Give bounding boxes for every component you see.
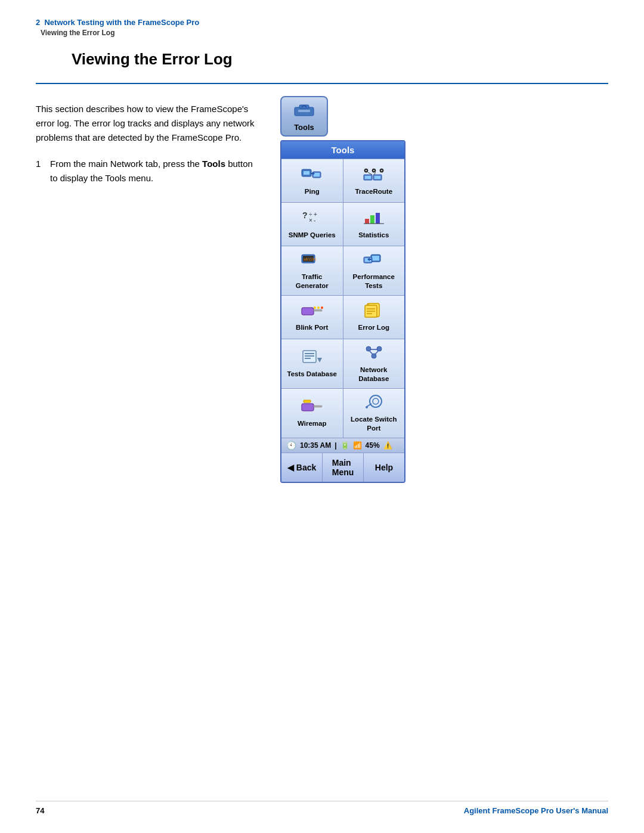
svg-rect-51 [305, 353, 314, 354]
performance-icon [363, 251, 385, 270]
text-and-device: This section describes how to view the F… [36, 102, 608, 483]
wiremap-label: Wiremap [298, 419, 326, 428]
testdb-icon [301, 348, 323, 367]
nav-back[interactable]: ◀ Back [281, 453, 322, 482]
svg-text:?: ? [302, 210, 308, 220]
tool-blink[interactable]: Blink Port [281, 296, 343, 339]
svg-point-10 [366, 170, 367, 171]
svg-line-60 [375, 351, 378, 354]
tool-locateswitch[interactable]: Locate SwitchPort [343, 389, 405, 438]
tools-grid: Ping [281, 159, 404, 438]
svg-point-41 [314, 306, 316, 309]
locateswitch-label: Locate SwitchPort [351, 415, 397, 433]
clock-icon: 🕙 [286, 441, 296, 450]
intro-text: This section describes how to view the F… [36, 102, 262, 145]
svg-text:≡01101: ≡01101 [304, 257, 317, 261]
step-1: 1 From the main Network tab, press the T… [36, 157, 262, 185]
svg-rect-26 [365, 219, 369, 224]
errorlog-label: Error Log [358, 323, 389, 332]
tools-button[interactable]: Tools [280, 96, 328, 137]
traceroute-label: TraceRoute [355, 187, 392, 196]
svg-rect-63 [304, 400, 311, 402]
svg-rect-52 [305, 355, 314, 357]
battery-percent: 45% [366, 441, 380, 450]
step-text: From the main Network tab, press the Too… [50, 157, 262, 185]
svg-rect-62 [314, 405, 322, 407]
snmp-label: SNMP Queries [289, 231, 336, 240]
svg-point-43 [321, 306, 323, 309]
traffic-icon: ≡01101 [301, 251, 323, 270]
content-area: This section describes how to view the F… [0, 102, 644, 483]
page-heading-container: Viewing the Error Log [36, 39, 608, 84]
blink-label: Blink Port [296, 323, 328, 332]
svg-point-42 [317, 306, 320, 309]
breadcrumb: 2 Network Testing with the FrameScope Pr… [0, 0, 644, 39]
tool-netdb[interactable]: NetworkDatabase [343, 339, 405, 388]
tools-button-icon [293, 101, 315, 120]
svg-text:×: × [309, 217, 312, 224]
alert-icon: ⚠️ [383, 441, 392, 450]
nav-help[interactable]: Help [364, 453, 404, 482]
ping-icon [301, 166, 323, 185]
blink-icon [301, 302, 323, 321]
tool-testdb[interactable]: Tests Database [281, 339, 343, 388]
tool-snmp[interactable]: ? ÷ + × - SNMP Queries [281, 203, 343, 246]
tool-ping[interactable]: Ping [281, 159, 343, 202]
breadcrumb-section: Viewing the Error Log [36, 29, 114, 37]
tool-performance[interactable]: PerformanceTests [343, 246, 405, 295]
svg-point-56 [377, 346, 382, 351]
svg-line-20 [374, 172, 376, 175]
svg-rect-18 [374, 176, 380, 179]
traceroute-icon [363, 166, 385, 185]
tools-panel: Tools [280, 140, 405, 483]
svg-marker-54 [317, 358, 322, 363]
toolbox-icon [293, 101, 315, 117]
svg-rect-16 [365, 176, 371, 179]
ping-label: Ping [305, 187, 320, 196]
battery-icon: 🔋 [340, 441, 349, 450]
svg-rect-4 [304, 171, 309, 175]
nav-main-menu[interactable]: MainMenu [323, 453, 363, 482]
tool-traffic[interactable]: ≡01101 TrafficGenerator [281, 246, 343, 295]
step-list: 1 From the main Network tab, press the T… [36, 157, 262, 185]
performance-label: PerformanceTests [353, 272, 395, 290]
statistics-label: Statistics [358, 231, 389, 240]
testdb-label: Tests Database [287, 370, 337, 379]
svg-point-14 [381, 170, 382, 171]
signal-icon: 📶 [353, 441, 362, 450]
svg-line-59 [370, 351, 373, 354]
tool-errorlog[interactable]: Error Log [343, 296, 405, 339]
svg-rect-61 [302, 404, 314, 411]
nav-main-menu-label: MainMenu [332, 458, 354, 477]
svg-rect-53 [305, 358, 311, 359]
traffic-label: TrafficGenerator [296, 272, 329, 290]
svg-rect-2 [298, 110, 310, 112]
svg-rect-34 [372, 256, 379, 261]
device-section: Tools Tools [280, 96, 405, 483]
svg-rect-28 [376, 213, 380, 224]
errorlog-icon [363, 302, 385, 321]
footer-book-title: Agilent FrameScope Pro User's Manual [464, 806, 608, 815]
svg-point-64 [370, 395, 382, 407]
netdb-label: NetworkDatabase [358, 366, 389, 383]
page-title: Viewing the Error Log [72, 50, 572, 69]
svg-line-19 [368, 172, 372, 175]
status-bar: 🕙 10:35 AM | 🔋 📶 45% ⚠️ [281, 438, 404, 453]
back-arrow-icon: ◀ [287, 463, 294, 472]
step-num: 1 [36, 157, 45, 185]
footer-page-number: 74 [36, 806, 44, 815]
wiremap-icon [301, 398, 323, 417]
svg-point-12 [373, 170, 374, 171]
nav-bar: ◀ Back MainMenu Help [281, 453, 404, 482]
tool-statistics[interactable]: Statistics [343, 203, 405, 246]
locateswitch-icon [363, 394, 385, 413]
svg-text:-: - [314, 217, 315, 224]
text-section: This section describes how to view the F… [36, 102, 262, 185]
tools-panel-title: Tools [281, 141, 404, 159]
tool-wiremap[interactable]: Wiremap [281, 389, 343, 438]
svg-point-67 [366, 406, 368, 408]
tool-traceroute[interactable]: TraceRoute [343, 159, 405, 202]
page-footer: 74 Agilent FrameScope Pro User's Manual [36, 801, 608, 815]
svg-rect-39 [302, 308, 314, 315]
netdb-icon [363, 344, 385, 363]
